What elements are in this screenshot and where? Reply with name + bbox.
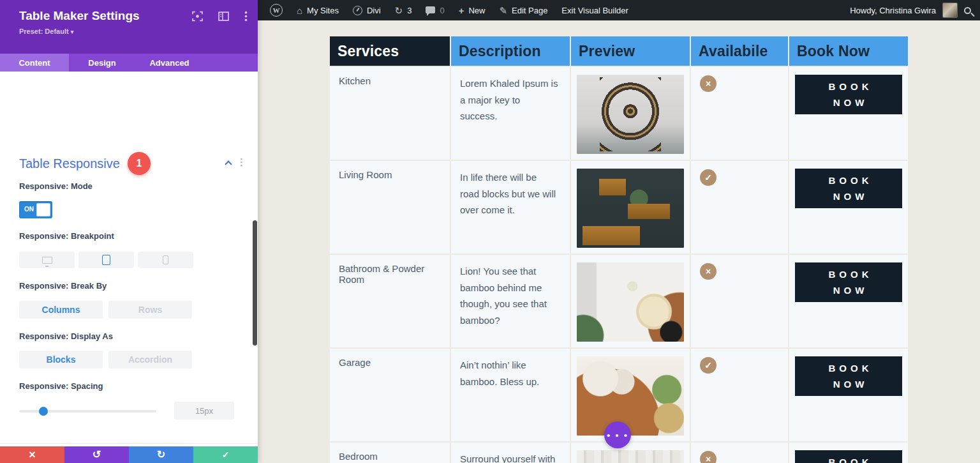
close-icon: × xyxy=(29,449,36,460)
breakpoint-tablet-button[interactable] xyxy=(78,252,134,268)
book-now-button[interactable]: BOOK NOW xyxy=(795,450,902,463)
display-as-label: Responsive: Display As xyxy=(19,331,113,341)
redo-button[interactable]: ↻ xyxy=(129,446,193,463)
save-button[interactable]: ✓ xyxy=(193,446,258,463)
preset-selector[interactable]: Preset: Default ▾ xyxy=(19,27,246,35)
preview-cell xyxy=(571,161,690,254)
table-maker-settings-panel: Table Maker Settings Preset: Default ▾ xyxy=(0,0,258,463)
break-by-buttons: Columns Rows xyxy=(19,301,192,319)
services-table: Services Description Preview Availabile … xyxy=(330,36,908,463)
updates-icon: ↻ xyxy=(395,6,403,15)
comments-count: 0 xyxy=(440,6,444,15)
notification-badge: 1 xyxy=(128,152,151,175)
table-responsive-title: Table Responsive xyxy=(19,156,120,171)
table-header-preview: Preview xyxy=(571,36,690,66)
focus-mode-icon[interactable] xyxy=(192,11,203,22)
section-menu-icon[interactable]: ⋮ xyxy=(237,156,246,168)
spacing-slider[interactable] xyxy=(19,410,156,413)
search-icon[interactable] xyxy=(964,7,971,14)
service-cell: Kitchen xyxy=(330,67,450,160)
comments-menu[interactable]: 0 xyxy=(419,0,451,20)
spacing-label: Responsive: Spacing xyxy=(19,381,103,391)
tablet-icon xyxy=(102,255,110,265)
divi-menu[interactable]: Divi xyxy=(346,0,388,20)
book-now-button[interactable]: BOOK NOW xyxy=(795,356,902,396)
check-icon: ✓ xyxy=(222,450,230,459)
comments-icon xyxy=(426,6,435,13)
table-responsive-section-header[interactable]: Table Responsive 1 xyxy=(19,152,151,175)
collapse-section-icon[interactable] xyxy=(225,160,232,167)
book-cell: BOOK NOW xyxy=(789,255,908,347)
edit-page-menu[interactable]: ✎ Edit Page xyxy=(492,0,554,20)
breakpoint-phone-button[interactable] xyxy=(138,252,193,268)
undo-icon: ↺ xyxy=(93,450,101,460)
howdy-label: Howdy, Christina Gwira xyxy=(850,6,936,15)
spacing-slider-knob[interactable] xyxy=(39,407,48,416)
table-header-description: Description xyxy=(451,36,570,66)
spacing-value-input[interactable]: 15px xyxy=(174,402,234,420)
my-sites-menu[interactable]: ⌂ My Sites xyxy=(290,0,346,20)
service-cell: Bedroom xyxy=(330,443,450,463)
unavailable-icon: × xyxy=(700,263,716,280)
kitchen-photo xyxy=(577,75,684,154)
breakpoint-desktop-button[interactable] xyxy=(19,252,75,268)
available-cell: ✓ xyxy=(691,349,788,441)
preview-cell xyxy=(571,255,690,347)
responsive-mode-toggle[interactable]: ON xyxy=(19,201,52,218)
display-as-blocks-button[interactable]: Blocks xyxy=(19,351,103,368)
panel-menu-icon[interactable] xyxy=(244,11,248,22)
module-options-button[interactable]: • • • xyxy=(604,421,631,448)
panel-header-icons xyxy=(192,11,248,22)
available-icon: ✓ xyxy=(700,357,716,374)
new-content-menu[interactable]: + New xyxy=(452,0,493,20)
toggle-knob xyxy=(36,203,50,216)
panel-position-icon[interactable] xyxy=(218,11,229,22)
display-as-buttons: Blocks Accordion xyxy=(19,351,192,368)
exit-visual-builder-button[interactable]: Exit Visual Builder xyxy=(554,0,635,20)
available-icon: ✓ xyxy=(700,169,716,186)
phone-icon xyxy=(163,255,168,264)
plus-icon: + xyxy=(459,6,464,15)
book-now-button[interactable]: BOOK NOW xyxy=(795,75,902,114)
discard-button[interactable]: × xyxy=(0,446,64,463)
available-cell: × xyxy=(691,255,788,347)
living-room-photo xyxy=(577,169,684,248)
panel-scrollbar[interactable] xyxy=(253,220,257,345)
undo-button[interactable]: ↺ xyxy=(64,446,129,463)
description-cell: Ain’t nothin’ like bamboo. Bless up. xyxy=(451,349,570,441)
garage-photo xyxy=(577,356,684,436)
ellipsis-icon: • • • xyxy=(607,430,628,441)
book-cell: BOOK NOW xyxy=(789,349,908,441)
description-cell: Lorem Khaled Ipsum is a major key to suc… xyxy=(451,67,570,160)
break-by-rows-button[interactable]: Rows xyxy=(108,301,192,319)
break-by-columns-button[interactable]: Columns xyxy=(19,301,103,319)
book-cell: BOOK NOW xyxy=(789,67,908,160)
panel-body: Table Responsive 1 ⋮ Responsive: Mode ON… xyxy=(0,72,258,446)
pencil-icon: ✎ xyxy=(499,6,507,15)
book-cell: BOOK NOW xyxy=(789,161,908,254)
service-cell: Bathroom & Powder Room xyxy=(330,255,450,347)
display-as-accordion-button[interactable]: Accordion xyxy=(108,351,192,368)
book-cell: BOOK NOW xyxy=(789,443,908,463)
service-cell: Garage xyxy=(330,349,450,441)
responsive-mode-label: Responsive: Mode xyxy=(19,181,93,191)
book-now-button[interactable]: BOOK NOW xyxy=(795,169,902,208)
table-header-available: Availabile xyxy=(691,36,788,66)
updates-menu[interactable]: ↻ 3 xyxy=(388,0,419,20)
panel-tabs: Content Design Advanced xyxy=(0,54,258,72)
table-header-services: Services xyxy=(330,36,450,66)
tab-design[interactable]: Design xyxy=(69,54,135,72)
book-now-button[interactable]: BOOK NOW xyxy=(795,262,902,302)
tab-content[interactable]: Content xyxy=(0,54,69,72)
divi-gauge-icon xyxy=(353,6,362,15)
tab-advanced[interactable]: Advanced xyxy=(135,54,204,72)
account-menu[interactable]: Howdy, Christina Gwira xyxy=(850,0,936,20)
avatar[interactable] xyxy=(942,3,958,18)
breakpoint-buttons xyxy=(19,252,193,268)
preview-cell xyxy=(571,67,690,160)
edit-page-label: Edit Page xyxy=(512,6,547,15)
redo-icon: ↻ xyxy=(157,450,165,460)
my-sites-icon: ⌂ xyxy=(297,6,302,15)
wp-logo-menu[interactable]: W xyxy=(263,0,290,20)
section-divider xyxy=(0,443,258,444)
